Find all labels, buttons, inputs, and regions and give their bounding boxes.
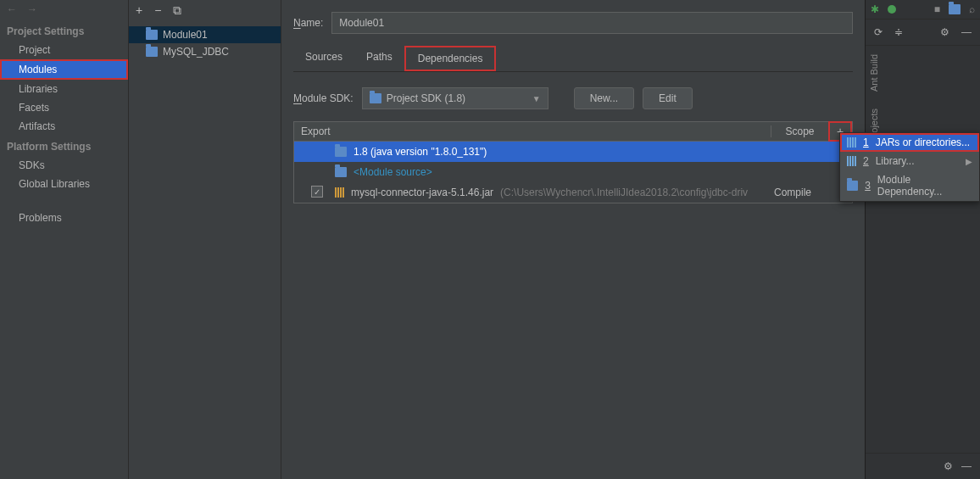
gear-icon[interactable]: ⚙	[940, 26, 949, 38]
chevron-right-icon: ▶	[966, 157, 972, 166]
chevron-down-icon: ▼	[532, 94, 541, 103]
module-name-input[interactable]	[331, 12, 853, 34]
th-export: Export	[294, 125, 771, 137]
sync-icon[interactable]: ⟳	[874, 26, 883, 38]
stop-icon[interactable]: ■	[934, 3, 940, 15]
gear-icon[interactable]: ⚙	[944, 460, 953, 472]
tree-item-mysql[interactable]: MySQL_JDBC	[129, 43, 281, 60]
sdk-value: Project SDK (1.8)	[387, 92, 465, 104]
menu-index: 1	[863, 136, 869, 148]
nav-libraries[interactable]: Libraries	[0, 80, 128, 98]
nav-artifacts[interactable]: Artifacts	[0, 117, 128, 136]
tabs: Sources Paths Dependencies	[293, 46, 853, 72]
menu-label: JARs or directories...	[876, 136, 970, 148]
run-icon[interactable]	[888, 5, 896, 14]
jar-icon	[847, 137, 856, 148]
menu-module-dependency[interactable]: 3 Module Dependency...	[840, 170, 979, 201]
tree-label: Module01	[163, 29, 208, 41]
section-platform-settings: Platform Settings	[0, 136, 128, 156]
ant-build-tab[interactable]: Ant Build	[866, 46, 883, 100]
minimize-icon[interactable]: —	[961, 460, 972, 472]
dep-scope[interactable]: Compile	[774, 187, 828, 198]
forward-arrow-icon[interactable]: →	[27, 3, 37, 15]
jar-icon	[335, 187, 344, 198]
menu-label: Library...	[876, 155, 915, 167]
add-module-icon[interactable]: +	[136, 3, 142, 18]
module-tree-panel: + − ⧉ Module01 MySQL_JDBC	[129, 0, 281, 479]
new-sdk-button[interactable]: New...	[574, 87, 634, 109]
search-icon[interactable]: ⌕	[969, 3, 975, 15]
tree-item-module01[interactable]: Module01	[129, 26, 281, 43]
export-checkbox[interactable]: ✓	[311, 186, 323, 198]
dep-path: (C:\Users\Wychencr\.IntelliJIdea2018.2\c…	[500, 187, 748, 198]
folder-icon	[847, 181, 858, 191]
add-dependency-menu: 1 JARs or directories... 2 Library... ▶ …	[839, 132, 980, 202]
menu-label: Module Dependency...	[877, 174, 972, 198]
settings-panel: ← → Project Settings Project Modules Lib…	[0, 0, 129, 479]
module-sdk-label: Module SDK:	[293, 92, 354, 104]
folder-icon	[370, 93, 381, 103]
nav-project[interactable]: Project	[0, 41, 128, 59]
nav-global-libraries[interactable]: Global Libraries	[0, 175, 128, 193]
folder-icon[interactable]	[949, 4, 961, 14]
dep-label: <Module source>	[354, 166, 432, 178]
nav-problems[interactable]: Problems	[0, 209, 128, 227]
tree-label: MySQL_JDBC	[163, 46, 229, 58]
copy-module-icon[interactable]: ⧉	[173, 3, 181, 18]
collapse-icon[interactable]: ≑	[894, 26, 903, 38]
section-project-settings: Project Settings	[0, 20, 128, 41]
remove-module-icon[interactable]: −	[154, 3, 161, 18]
nav-facets[interactable]: Facets	[0, 98, 128, 117]
menu-index: 2	[863, 155, 869, 167]
dep-row-mysql[interactable]: ✓ mysql-connector-java-5.1.46.jar (C:\Us…	[294, 182, 852, 203]
nav-sdks[interactable]: SDKs	[0, 156, 128, 175]
module-sdk-select[interactable]: Project SDK (1.8) ▼	[362, 87, 548, 109]
menu-index: 3	[865, 180, 871, 192]
center-panel: Name: Sources Paths Dependencies Module …	[281, 0, 865, 479]
edit-sdk-button[interactable]: Edit	[643, 87, 693, 109]
dep-row-module-source[interactable]: <Module source>	[294, 162, 852, 182]
tab-dependencies[interactable]: Dependencies	[404, 46, 497, 71]
tab-paths[interactable]: Paths	[354, 46, 404, 71]
dependencies-table: Export Scope + 1.8 (java version "1.8.0_…	[293, 121, 853, 203]
tree-toolbar: + − ⧉	[129, 3, 281, 23]
bug-icon[interactable]: ✱	[871, 3, 879, 15]
folder-icon	[335, 167, 347, 177]
folder-icon	[146, 47, 158, 57]
folder-icon	[335, 147, 347, 157]
menu-library[interactable]: 2 Library... ▶	[840, 152, 979, 170]
back-arrow-icon[interactable]: ←	[7, 3, 17, 15]
dep-label: mysql-connector-java-5.1.46.jar	[351, 187, 493, 198]
th-scope: Scope	[771, 125, 828, 137]
tab-sources[interactable]: Sources	[293, 46, 354, 71]
name-label: Name:	[293, 17, 323, 29]
nav-modules[interactable]: Modules	[0, 59, 128, 80]
folder-icon	[146, 30, 158, 40]
library-icon	[847, 156, 856, 166]
menu-jars[interactable]: 1 JARs or directories...	[840, 133, 979, 152]
minimize-icon[interactable]: —	[961, 26, 972, 38]
right-toolbar: ✱ ■ ⌕ ⟳ ≑ ⚙ — Ant Build Maven Projects ⚙…	[865, 0, 980, 479]
dep-label: 1.8 (java version "1.8.0_131")	[354, 146, 487, 158]
dep-row-sdk[interactable]: 1.8 (java version "1.8.0_131")	[294, 142, 852, 162]
nav-arrows: ← →	[0, 3, 128, 20]
